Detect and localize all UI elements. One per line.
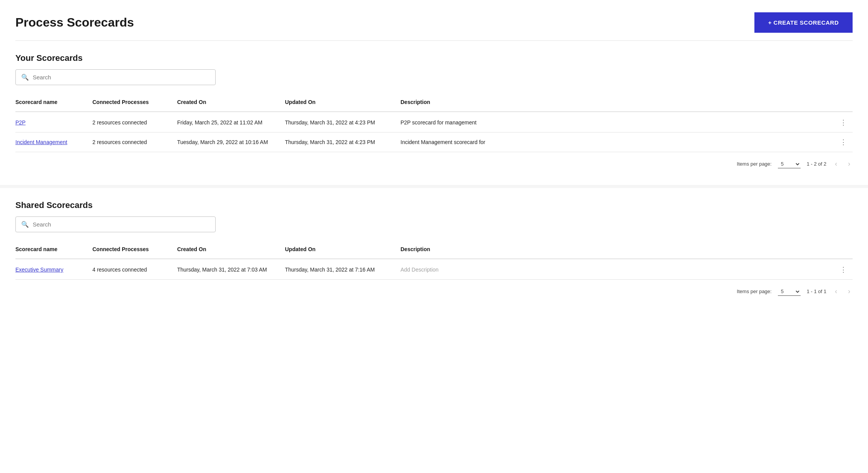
search-icon: 🔍 <box>21 74 29 81</box>
shared-scorecards-search-box[interactable]: 🔍 <box>15 216 216 232</box>
items-per-page-select-2[interactable]: 5 10 25 <box>778 287 801 296</box>
page-container: Process Scorecards + CREATE SCORECARD Yo… <box>0 0 868 473</box>
shared-scorecards-title: Shared Scorecards <box>15 200 853 210</box>
shared-scorecards-search-input[interactable] <box>33 221 210 228</box>
search-icon: 🔍 <box>21 221 29 228</box>
col-connected-processes-1: Connected Processes <box>92 97 177 107</box>
connected-processes-p2p: 2 resources connected <box>92 119 177 126</box>
shared-scorecards-table-header: Scorecard name Connected Processes Creat… <box>15 240 853 259</box>
updated-on-incident: Thursday, March 31, 2022 at 4:23 PM <box>285 139 400 145</box>
create-scorecard-button[interactable]: + CREATE SCORECARD <box>754 12 853 33</box>
col-connected-processes-2: Connected Processes <box>92 244 177 255</box>
scorecard-name-executive[interactable]: Executive Summary <box>15 267 92 273</box>
col-created-on-2: Created On <box>177 244 285 255</box>
col-description-2: Description <box>400 244 837 255</box>
col-updated-on-2: Updated On <box>285 244 400 255</box>
items-per-page-select-1[interactable]: 5 10 25 <box>778 160 801 168</box>
col-scorecard-name-2: Scorecard name <box>15 244 92 255</box>
col-actions-1 <box>837 97 853 107</box>
your-scorecards-section: Your Scorecards 🔍 Scorecard name Connect… <box>15 53 853 169</box>
connected-processes-incident: 2 resources connected <box>92 139 177 145</box>
pagination-prev-1[interactable]: ‹ <box>833 158 840 169</box>
created-on-executive: Thursday, March 31, 2022 at 7:03 AM <box>177 267 285 273</box>
created-on-p2p: Friday, March 25, 2022 at 11:02 AM <box>177 119 285 126</box>
your-scorecards-title: Your Scorecards <box>15 53 853 63</box>
col-created-on-1: Created On <box>177 97 285 107</box>
section-divider <box>0 185 868 188</box>
row-menu-incident[interactable]: ⋮ <box>837 138 853 146</box>
col-description-1: Description <box>400 97 837 107</box>
shared-scorecards-section: Shared Scorecards 🔍 Scorecard name Conne… <box>15 200 853 297</box>
scorecard-name-incident[interactable]: Incident Management <box>15 139 92 145</box>
your-scorecards-table-header: Scorecard name Connected Processes Creat… <box>15 93 853 112</box>
created-on-incident: Tuesday, March 29, 2022 at 10:16 AM <box>177 139 285 145</box>
description-executive: Add Description <box>400 267 837 273</box>
your-scorecards-pagination: Items per page: 5 10 25 1 - 2 of 2 ‹ › <box>15 158 853 169</box>
shared-scorecards-pagination: Items per page: 5 10 25 1 - 1 of 1 ‹ › <box>15 286 853 297</box>
updated-on-executive: Thursday, March 31, 2022 at 7:16 AM <box>285 267 400 273</box>
pagination-next-1[interactable]: › <box>846 158 853 169</box>
your-scorecards-search-input[interactable] <box>33 74 210 81</box>
scorecard-name-p2p[interactable]: P2P <box>15 119 92 126</box>
col-scorecard-name-1: Scorecard name <box>15 97 92 107</box>
table-row: Incident Management 2 resources connecte… <box>15 133 853 152</box>
page-title: Process Scorecards <box>15 15 134 30</box>
row-menu-executive[interactable]: ⋮ <box>837 265 853 274</box>
your-scorecards-table: Scorecard name Connected Processes Creat… <box>15 93 853 152</box>
items-per-page-label-1: Items per page: <box>737 161 771 167</box>
items-per-page-label-2: Items per page: <box>737 288 771 294</box>
description-incident: Incident Management scorecard for <box>400 139 837 145</box>
pagination-prev-2[interactable]: ‹ <box>833 286 840 297</box>
connected-processes-executive: 4 resources connected <box>92 267 177 273</box>
col-actions-2 <box>837 244 853 255</box>
updated-on-p2p: Thursday, March 31, 2022 at 4:23 PM <box>285 119 400 126</box>
table-row: P2P 2 resources connected Friday, March … <box>15 113 853 133</box>
pagination-range-2: 1 - 1 of 1 <box>807 288 826 294</box>
row-menu-p2p[interactable]: ⋮ <box>837 118 853 127</box>
your-scorecards-search-box[interactable]: 🔍 <box>15 69 216 85</box>
page-header: Process Scorecards + CREATE SCORECARD <box>15 12 853 41</box>
pagination-range-1: 1 - 2 of 2 <box>807 161 826 167</box>
pagination-next-2[interactable]: › <box>846 286 853 297</box>
shared-scorecards-table: Scorecard name Connected Processes Creat… <box>15 240 853 280</box>
table-row: Executive Summary 4 resources connected … <box>15 260 853 280</box>
description-p2p: P2P scorecard for management <box>400 119 837 126</box>
col-updated-on-1: Updated On <box>285 97 400 107</box>
